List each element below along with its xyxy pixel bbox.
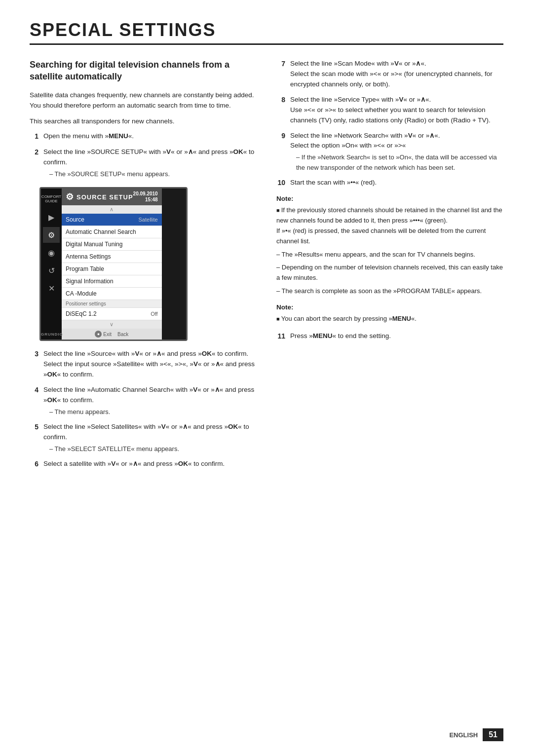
tv-row-digital-tuning-label: Digital Manual Tuning xyxy=(66,241,122,248)
tv-header: ⚙ SOURCE SETUP 20.09.2010 15:48 xyxy=(62,189,162,205)
step-num-1: 1 xyxy=(30,131,38,142)
page-number: 51 xyxy=(483,728,503,741)
tv-row-source: Source Satellite xyxy=(62,214,162,226)
note-item-results: The »Results« menu appears, and the scan… xyxy=(276,250,503,260)
step-4: 4 Select the line »Automatic Channel Sea… xyxy=(30,385,257,417)
language-label: ENGLISH xyxy=(449,731,478,739)
step-11: 11 Press »MENU« to end the setting. xyxy=(276,331,503,342)
step-1: 1 Open the menu with »MENU«. xyxy=(30,131,257,142)
step-7: 7 Select the line »Scan Mode« with »V« o… xyxy=(276,59,503,90)
step-num-11: 11 xyxy=(276,331,285,342)
tv-row-auto-search: Automatic Channel Search xyxy=(62,226,162,238)
note-label-2: Note: xyxy=(276,303,503,311)
note-item-abort: You can abort the search by pressing »ME… xyxy=(276,314,503,324)
tv-row-diseqc: DiSEqC 1.2 Off xyxy=(62,308,162,320)
step-6: 6 Select a satellite with »V« or »∧« and… xyxy=(30,459,257,470)
step-num-6: 6 xyxy=(30,459,38,470)
step-num-7: 7 xyxy=(276,59,285,90)
tv-main-content: ⚙ SOURCE SETUP 20.09.2010 15:48 ∧ Source… xyxy=(62,189,162,340)
tv-row-source-value: Satellite xyxy=(139,217,158,223)
step-9: 9 Select the line »Network Search« with … xyxy=(276,131,503,173)
tv-row-ca-module: CA -Module xyxy=(62,288,162,300)
tv-menu-screenshot: COMFORTGUIDE ▶ ⚙ ◉ ↺ ✕ GRUNDIG ⚙ SOURCE … xyxy=(39,187,188,341)
note-content-1: If the previously stored channels should… xyxy=(276,205,503,296)
step-num-9: 9 xyxy=(276,131,285,173)
exit-label: Exit xyxy=(103,332,112,337)
left-column: Searching for digital television channel… xyxy=(30,59,257,474)
tv-row-signal-info-label: Signal Information xyxy=(66,278,114,285)
step-5: 5 Select the line »Select Satellites« wi… xyxy=(30,422,257,454)
right-column: 7 Select the line »Scan Mode« with »V« o… xyxy=(276,59,503,474)
steps-left-continued: 3 Select the line »Source« with »V« or »… xyxy=(30,349,257,469)
step-2: 2 Select the line »SOURCE SETUP« with »V… xyxy=(30,147,257,179)
tv-sidebar: COMFORTGUIDE ▶ ⚙ ◉ ↺ ✕ GRUNDIG xyxy=(41,189,62,340)
step-num-10: 10 xyxy=(276,178,285,189)
step-num-5: 5 xyxy=(30,422,38,454)
note-item-minutes: Depending on the number of television ch… xyxy=(276,263,503,283)
step-8: 8 Select the line »Service Type« with »V… xyxy=(276,95,503,126)
note-label-1: Note: xyxy=(276,195,503,202)
tv-row-program-table-label: Program Table xyxy=(66,265,104,272)
step-3: 3 Select the line »Source« with »V« or »… xyxy=(30,349,257,380)
sidebar-play-icon: ▶ xyxy=(43,209,60,225)
tv-row-antenna: Antenna Settings xyxy=(62,251,162,263)
tv-footer: ● Exit Back xyxy=(62,329,162,340)
intro-text-1: Satellite data changes frequently, new c… xyxy=(30,90,257,111)
tv-row-ca-module-label: CA -Module xyxy=(66,290,97,297)
tv-header-title: SOURCE SETUP xyxy=(76,193,133,201)
sidebar-setup-icon: ⚙ xyxy=(43,227,60,243)
step-11-list: 11 Press »MENU« to end the setting. xyxy=(276,331,503,342)
step-num-3: 3 xyxy=(30,349,38,380)
sidebar-cross-icon: ✕ xyxy=(43,280,60,296)
tv-scroll-down: ∨ xyxy=(62,320,162,329)
tv-back-btn: Back xyxy=(117,332,128,337)
tv-row-diseqc-label: DiSEqC 1.2 xyxy=(66,310,97,317)
intro-text-2: This searches all transponders for new c… xyxy=(30,116,257,127)
note-box-1: Note: If the previously stored channels … xyxy=(276,195,503,296)
note-item-green: If the previously stored channels should… xyxy=(276,205,503,246)
tv-row-auto-search-label: Automatic Channel Search xyxy=(66,228,136,235)
tv-header-icon: ⚙ xyxy=(66,191,74,202)
tv-row-diseqc-value: Off xyxy=(151,311,157,317)
back-label: Back xyxy=(117,332,128,337)
note-box-2: Note: You can abort the search by pressi… xyxy=(276,303,503,324)
page-title: SPECIAL SETTINGS xyxy=(30,20,503,45)
section-heading: Searching for digital television channel… xyxy=(30,59,257,83)
sidebar-eye-icon: ◉ xyxy=(43,245,60,261)
exit-circle: ● xyxy=(95,331,102,338)
step-num-4: 4 xyxy=(30,385,38,417)
steps-left: 1 Open the menu with »MENU«. 2 Select th… xyxy=(30,131,257,179)
tv-row-program-table: Program Table xyxy=(62,263,162,275)
tv-row-digital-tuning: Digital Manual Tuning xyxy=(62,238,162,251)
tv-exit-btn: ● Exit xyxy=(95,331,112,338)
brand-label: GRUNDIG xyxy=(41,332,62,337)
tv-section-positioner: Positioner settings xyxy=(62,300,162,308)
note-content-2: You can abort the search by pressing »ME… xyxy=(276,314,503,324)
tv-scroll-up: ∧ xyxy=(62,205,162,214)
tv-row-antenna-label: Antenna Settings xyxy=(66,253,111,260)
tv-header-datetime: 20.09.2010 15:48 xyxy=(133,191,158,203)
note-item-complete: The search is complete as soon as the »P… xyxy=(276,286,503,297)
sidebar-loop-icon: ↺ xyxy=(43,263,60,278)
sidebar-comfort-guide: COMFORTGUIDE xyxy=(43,191,60,207)
steps-right: 7 Select the line »Scan Mode« with »V« o… xyxy=(276,59,503,188)
tv-row-source-label: Source xyxy=(66,216,84,223)
page-footer: ENGLISH 51 xyxy=(449,728,503,741)
step-10: 10 Start the scan with »••« (red). xyxy=(276,178,503,189)
step-num-2: 2 xyxy=(30,147,38,179)
step-num-8: 8 xyxy=(276,95,285,126)
tv-row-signal-info: Signal Information xyxy=(62,275,162,288)
